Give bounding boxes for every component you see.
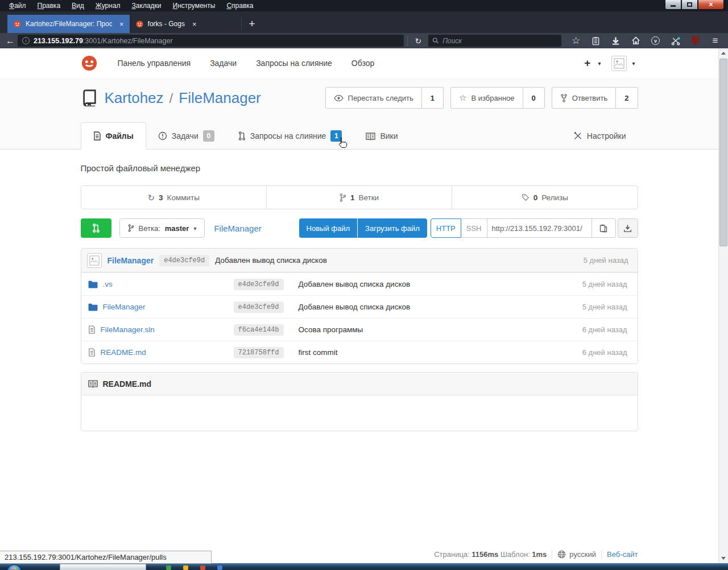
tab-close-icon[interactable]: × bbox=[192, 20, 197, 28]
watchers-count[interactable]: 1 bbox=[422, 87, 444, 109]
create-new-button[interactable]: + bbox=[582, 57, 593, 69]
commit-message[interactable]: Добавлен вывод списка дисков bbox=[299, 280, 411, 288]
menu-tools[interactable]: Инструменты bbox=[167, 1, 221, 11]
tab-pulls[interactable]: Запросы на слияние 1 bbox=[226, 122, 354, 150]
chevron-down-icon[interactable]: ▾ bbox=[595, 60, 603, 67]
chevron-down-icon[interactable]: ▾ bbox=[629, 60, 638, 67]
file-link[interactable]: FileManager bbox=[103, 303, 146, 311]
tab-settings[interactable]: Настройки bbox=[561, 122, 638, 150]
commits-stat[interactable]: ↻ 3 Коммиты bbox=[81, 186, 266, 209]
repo-owner-link[interactable]: Kartohez bbox=[105, 89, 164, 107]
scroll-up-arrow[interactable] bbox=[719, 48, 728, 58]
watch-group: Перестать следить 1 bbox=[325, 87, 444, 109]
site-info-icon[interactable]: i bbox=[22, 37, 30, 44]
upload-file-button[interactable]: Загрузить файл bbox=[358, 218, 427, 238]
commit-message[interactable]: Осова программы bbox=[299, 325, 363, 334]
committer-avatar[interactable] bbox=[87, 253, 102, 268]
pocket-button[interactable]: v bbox=[646, 34, 665, 48]
breadcrumb[interactable]: FileManager bbox=[214, 224, 261, 233]
search-box[interactable] bbox=[428, 35, 561, 47]
downloads-button[interactable] bbox=[606, 34, 626, 48]
nav-explore[interactable]: Обзор bbox=[342, 55, 384, 71]
extension-button[interactable] bbox=[665, 34, 685, 48]
menu-edit[interactable]: Правка bbox=[32, 1, 67, 11]
branch-selector[interactable]: Ветка: master ▾ bbox=[119, 218, 205, 238]
new-tab-button[interactable]: + bbox=[242, 15, 263, 33]
http-button[interactable]: HTTP bbox=[431, 218, 461, 238]
language-selector[interactable]: русский bbox=[557, 550, 596, 559]
bookmark-star-button[interactable]: ☆ bbox=[566, 34, 586, 48]
tab-forks-gogs[interactable]: forks - Gogs × bbox=[130, 15, 241, 33]
eye-icon bbox=[334, 94, 344, 102]
file-link[interactable]: README.md bbox=[101, 348, 146, 357]
forks-count[interactable]: 2 bbox=[616, 87, 638, 109]
clone-url-input[interactable] bbox=[487, 218, 592, 238]
tab-wiki[interactable]: Вики bbox=[354, 122, 410, 150]
search-input[interactable] bbox=[442, 37, 557, 45]
nav-issues[interactable]: Задачи bbox=[200, 55, 246, 71]
unwatch-button[interactable]: Перестать следить bbox=[325, 87, 422, 109]
branches-stat[interactable]: 1 Ветки bbox=[266, 186, 452, 209]
gogs-logo[interactable] bbox=[81, 55, 98, 72]
commit-message[interactable]: first commit bbox=[299, 348, 338, 357]
tab-issues-label: Задачи bbox=[172, 131, 198, 141]
menu-history[interactable]: Журнал bbox=[90, 1, 126, 11]
commit-message[interactable]: Добавлен вывод списка дисков bbox=[215, 256, 327, 265]
home-button[interactable] bbox=[626, 34, 646, 48]
ssh-button[interactable]: SSH bbox=[461, 218, 487, 238]
reload-button[interactable]: ↻ bbox=[411, 36, 425, 46]
commit-hash-badge[interactable]: 7218758ffd bbox=[234, 347, 284, 358]
repo-name-link[interactable]: FileManager bbox=[179, 89, 261, 107]
branch-name: master bbox=[165, 224, 189, 233]
start-button[interactable] bbox=[7, 564, 22, 570]
menu-button[interactable]: ≡ bbox=[705, 34, 725, 48]
taskbar-icon[interactable] bbox=[217, 565, 222, 570]
taskbar-icon[interactable] bbox=[183, 565, 188, 570]
commit-hash-badge[interactable]: f6ca4e144b bbox=[234, 324, 284, 336]
tab-issues[interactable]: Задачи 0 bbox=[146, 122, 226, 150]
tab-kartohez-filemanager[interactable]: Kartohez/FileManager: Прос × bbox=[7, 15, 130, 33]
scrollbar-thumb[interactable] bbox=[719, 59, 727, 246]
compare-button[interactable] bbox=[81, 218, 111, 238]
vertical-scrollbar[interactable] bbox=[718, 48, 728, 563]
stars-count[interactable]: 0 bbox=[523, 87, 545, 109]
copy-url-button[interactable] bbox=[592, 218, 616, 238]
commit-hash-badge[interactable]: e4de3cfe9d bbox=[234, 301, 284, 313]
file-link[interactable]: .vs bbox=[103, 280, 113, 288]
commit-hash-badge[interactable]: e4de3cfe9d bbox=[159, 255, 209, 266]
star-button[interactable]: ☆ В избранное bbox=[450, 87, 523, 109]
menu-file[interactable]: Файл bbox=[3, 1, 32, 11]
close-window-button[interactable]: × bbox=[698, 0, 724, 10]
nav-pulls[interactable]: Запросы на слияние bbox=[246, 55, 342, 71]
menu-view[interactable]: Вид bbox=[66, 1, 90, 11]
commit-hash-badge[interactable]: e4de3cfe9d bbox=[234, 279, 284, 290]
download-archive-button[interactable] bbox=[618, 218, 638, 238]
releases-stat[interactable]: 0 Релизы bbox=[452, 186, 637, 209]
clipboard-icon bbox=[592, 36, 600, 46]
committer-link[interactable]: FileManager bbox=[107, 256, 154, 265]
taskbar-icon[interactable] bbox=[200, 565, 205, 570]
back-button[interactable]: ← bbox=[3, 36, 18, 46]
taskbar-window-button[interactable] bbox=[60, 564, 146, 570]
bookmarks-menu-button[interactable] bbox=[586, 34, 606, 48]
address-bar[interactable]: i 213.155.192.79:3001/Kartohez/FileManag… bbox=[18, 35, 404, 47]
tab-files[interactable]: Файлы bbox=[81, 122, 146, 150]
commit-message[interactable]: Добавлен вывод списка дисков bbox=[299, 303, 411, 311]
maximize-button[interactable] bbox=[681, 0, 698, 10]
minimize-button[interactable] bbox=[665, 0, 681, 10]
ublock-button[interactable] bbox=[685, 34, 705, 48]
fork-button[interactable]: Ответвить bbox=[552, 87, 616, 109]
branch-label: Ветка: bbox=[139, 224, 160, 233]
history-icon: ↻ bbox=[147, 193, 155, 202]
new-file-button[interactable]: Новый файл bbox=[299, 218, 358, 238]
avatar[interactable] bbox=[611, 56, 627, 71]
website-link[interactable]: Веб-сайт bbox=[607, 550, 638, 559]
taskbar-icon[interactable] bbox=[166, 565, 171, 570]
menu-help[interactable]: Справка bbox=[221, 1, 259, 11]
file-link[interactable]: FileManager.sln bbox=[101, 325, 155, 334]
tab-close-icon[interactable]: × bbox=[119, 20, 124, 28]
scroll-down-arrow[interactable] bbox=[719, 554, 728, 563]
file-row: README.md 7218758ffd first commit 6 дней… bbox=[81, 341, 638, 364]
nav-dashboard[interactable]: Панель управления bbox=[108, 55, 201, 71]
menu-bookmarks[interactable]: Закладки bbox=[126, 1, 167, 11]
